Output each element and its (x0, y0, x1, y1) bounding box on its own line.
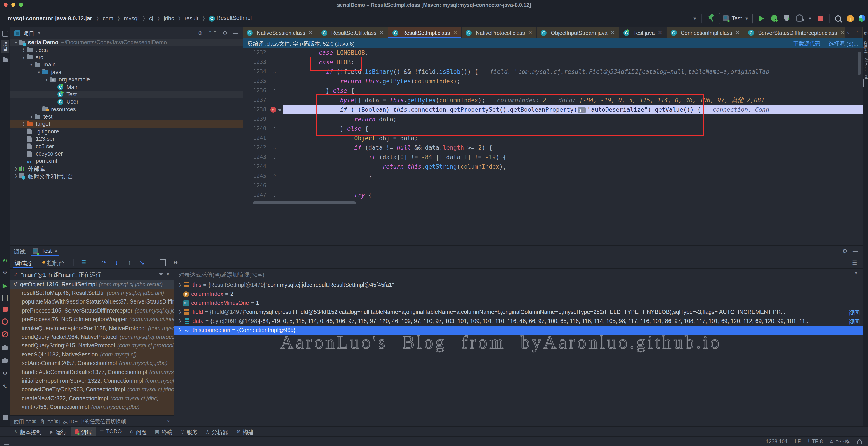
editor-tab[interactable]: CServerStatusDiffInterceptor.class✕ (744, 27, 849, 38)
fold-collapse-icon[interactable]: ⌄ (273, 190, 276, 200)
code-line-1233[interactable]: 1233 case BLOB: (243, 57, 863, 67)
tree-chevron-icon[interactable]: ❭ (20, 122, 27, 126)
tree-row-外部库[interactable]: ❭外部库 (10, 165, 243, 172)
hide-debug-panel-icon[interactable]: — (852, 248, 858, 254)
variable-row-this-connection[interactable]: ❭∞this.connection={ConnectionImpl@965} (174, 326, 863, 335)
variable-row-this[interactable]: ❭this={ResultSetImpl@1470} "com.mysql.cj… (174, 280, 863, 290)
locate-file-icon[interactable]: ⊕ (198, 30, 203, 36)
tree-row-Main[interactable]: CMain (10, 84, 243, 91)
debug-panel-settings-gear-icon[interactable]: ⚙ (842, 248, 847, 254)
run-to-cursor-button[interactable]: ↘ (136, 259, 147, 266)
tree-row-.idea[interactable]: ❭.idea (10, 47, 243, 54)
chevron-down-icon[interactable]: ▼ (808, 16, 812, 21)
choose-sources-link[interactable]: 选择源 (S)... (829, 39, 858, 47)
screenshot-button[interactable] (0, 343, 10, 353)
stack-frame-row[interactable]: populateMapWithSessionStatusValues:87, S… (10, 298, 174, 306)
tree-row-src[interactable]: ▾src (10, 54, 243, 61)
run-configuration-select[interactable]: Test ▼ (719, 12, 753, 24)
tree-chevron-icon[interactable]: ▾ (28, 63, 34, 67)
bottom-bar-item-分析器[interactable]: ◷分析器 (202, 426, 232, 437)
bottom-bar-item-版本控制[interactable]: ⑂版本控制 (11, 426, 46, 437)
breadcrumb-item[interactable]: result (184, 15, 198, 22)
close-tab-icon[interactable]: ✕ (840, 30, 844, 36)
download-sources-link[interactable]: 下载源代码 (793, 39, 820, 47)
breadcrumb-item[interactable]: mysql-connector-java-8.0.12.jar (8, 15, 92, 22)
panel-options-icon[interactable]: ⚙ (222, 30, 227, 36)
tab-debugger[interactable]: 调试器 (10, 257, 36, 268)
editor-tab[interactable]: CNativeSession.class✕ (243, 27, 317, 38)
profiler-button[interactable] (795, 14, 803, 22)
stop-button[interactable] (816, 14, 825, 22)
tool-windows-icon[interactable] (0, 29, 10, 38)
stack-frame-row[interactable]: preProcess:76, NoSubInterceptorWrapper(c… (10, 315, 174, 324)
rerun-button[interactable]: ↻ (0, 256, 10, 266)
tree-chevron-icon[interactable]: ▾ (43, 77, 50, 82)
close-tab-icon[interactable]: ✕ (735, 30, 739, 36)
fold-expand-icon[interactable]: ⌃ (273, 172, 276, 181)
close-hint-icon[interactable]: × (167, 418, 170, 424)
code-line-1244[interactable]: 1244 return this.getString(columnIndex); (243, 162, 863, 172)
evaluate-expression-input[interactable]: 对表达式求值(⏎)或添加监视(⌥⏎) + ▼ (174, 268, 863, 280)
variable-row-columnIndexMinusOne[interactable]: 01columnIndexMinusOne=1 (174, 299, 863, 307)
editor-tab[interactable]: CResultSetUtil.class✕ (317, 27, 388, 38)
tree-chevron-icon[interactable]: ❭ (13, 174, 19, 178)
pin-tab-button[interactable]: ➴ (0, 381, 10, 391)
tree-row-resources[interactable]: resources (10, 106, 243, 113)
tree-chevron-icon[interactable]: ▾ (36, 70, 42, 75)
bottom-bar-item-终端[interactable]: ▣终端 (151, 426, 176, 437)
code-line-1235[interactable]: 1235 return this.getBytes(columnIndex); (243, 77, 863, 86)
stack-frame-row[interactable]: invokeQueryInterceptorsPre:1138, NativeP… (10, 324, 174, 333)
variable-row-field[interactable]: ❭field={Field@1497} "com.mysql.cj.result… (174, 307, 863, 317)
code-line-1232[interactable]: 1232 case LONGBLOB: (243, 48, 863, 57)
stack-frame-row[interactable]: sendQueryPacket:964, NativeProtocol(com.… (10, 333, 174, 341)
fold-collapse-icon[interactable]: ⌄ (273, 143, 276, 152)
bottom-bar-item-问题[interactable]: ⊙问题 (126, 426, 151, 437)
code-line-1237[interactable]: 1237 byte[] data = this.getBytes(columnI… (243, 95, 863, 105)
filter-funnel-icon[interactable] (159, 273, 163, 275)
step-over-button[interactable]: ↷ (98, 259, 110, 266)
mute-breakpoints-button[interactable] (0, 329, 10, 339)
horizontal-scrollbar[interactable] (253, 201, 356, 204)
code-line-1241[interactable]: 1241 Object obj = data; (243, 133, 863, 143)
bottom-bar-item-运行[interactable]: ▶运行 (46, 426, 70, 437)
expand-chevron-icon[interactable]: ❭ (177, 310, 183, 315)
commit-tool-window-icon[interactable] (0, 55, 10, 64)
close-tab-icon[interactable]: ✕ (658, 30, 662, 36)
close-tab-icon[interactable]: ✕ (453, 30, 457, 36)
debug-button[interactable] (770, 14, 778, 22)
view-value-link[interactable]: 视图 (848, 317, 863, 325)
update-available-icon[interactable]: ↑ (847, 15, 854, 22)
tree-row-pom.xml[interactable]: mpom.xml (10, 158, 243, 165)
bottom-bar-item-服务[interactable]: ⬡服务 (176, 426, 202, 437)
breadcrumb[interactable]: mysql-connector-java-8.0.12.jar❭com❭mysq… (8, 15, 252, 22)
tree-chevron-icon[interactable]: ❭ (28, 114, 34, 119)
view-options-icon[interactable]: ≋ (170, 259, 181, 266)
fold-collapse-icon[interactable]: ⌄ (273, 67, 276, 77)
tree-row-test[interactable]: ❭test (10, 113, 243, 121)
evaluate-expression-icon[interactable] (160, 259, 166, 266)
breakpoint-icon[interactable]: ✓ (270, 107, 276, 113)
debug-settings-gear-icon[interactable]: ⚙ (0, 368, 10, 378)
stack-frame-row[interactable]: execSQL:1182, NativeSession(com.mysql.cj… (10, 350, 174, 359)
code-editor[interactable]: 1232 case LONGBLOB:1233 case BLOB:1234⌄ … (243, 48, 863, 245)
stack-frame-row[interactable]: initializePropsFromServer:1322, Connecti… (10, 377, 174, 385)
breadcrumb-item[interactable]: cj (149, 15, 153, 22)
close-tab-icon[interactable]: ✕ (528, 30, 532, 36)
chevron-down-icon[interactable]: ▼ (693, 16, 697, 21)
tree-row-cc5yso.ser[interactable]: cc5yso.ser (10, 150, 243, 158)
stack-frame-row[interactable]: handleAutoCommitDefaults:1377, Connectio… (10, 368, 174, 377)
stack-frame-row[interactable]: connectOneTryOnly:963, ConnectionImpl(co… (10, 385, 174, 394)
view-value-link[interactable]: 视图 (848, 308, 863, 317)
bottom-bar-item-TODO[interactable]: ☰TODO (96, 426, 126, 437)
bottom-bar-item-调试[interactable]: 调试 (70, 426, 96, 437)
line-separator-indicator[interactable]: LF (795, 439, 801, 444)
editor-tab[interactable]: CResultSetImpl.class✕ (388, 27, 462, 38)
tree-row-cc5.ser[interactable]: cc5.ser (10, 143, 243, 150)
code-line-1234[interactable]: 1234⌄ if (!field.isBinary() && !field.is… (243, 67, 863, 77)
tree-row-临时文件和控制台[interactable]: ❭临时文件和控制台 (10, 172, 243, 180)
stack-frame-row[interactable]: resultSetToMap:46, ResultSetUtil(com.mys… (10, 289, 174, 298)
project-tool-window-tab[interactable]: 项目 (1, 40, 9, 53)
breadcrumb-item[interactable]: mysql (124, 15, 138, 22)
stack-frame-row[interactable]: createNewIO:822, ConnectionImpl(com.mysq… (10, 394, 174, 403)
show-hidden-tabs-icon[interactable]: ∨ (847, 31, 850, 35)
